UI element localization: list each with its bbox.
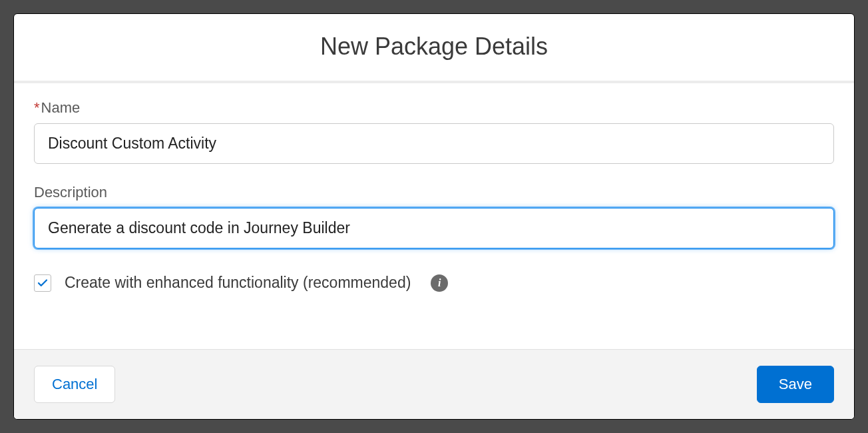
check-icon [37,277,49,289]
modal-header: New Package Details [14,14,854,83]
enhanced-checkbox-label: Create with enhanced functionality (reco… [65,274,411,292]
required-marker: * [34,99,40,116]
modal-body: *Name Description Create with enhanced f… [14,83,854,349]
save-button[interactable]: Save [757,366,834,403]
description-field-group: Description [34,184,834,248]
info-icon[interactable]: i [431,274,448,292]
name-field-group: *Name [34,99,834,164]
description-label: Description [34,184,834,201]
description-input[interactable] [34,208,834,248]
modal-footer: Cancel Save [14,349,854,419]
cancel-button[interactable]: Cancel [34,366,115,403]
name-input[interactable] [34,123,834,164]
modal-title: New Package Details [14,33,854,61]
name-label-text: Name [41,99,81,116]
name-label: *Name [34,99,834,117]
enhanced-checkbox[interactable] [34,274,51,292]
new-package-modal: New Package Details *Name Description Cr… [13,13,855,420]
enhanced-checkbox-row: Create with enhanced functionality (reco… [34,274,834,292]
